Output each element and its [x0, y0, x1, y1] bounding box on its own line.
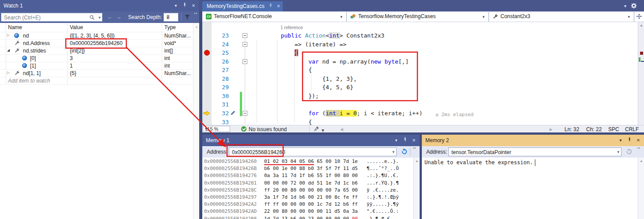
- filter-pinned-icon[interactable]: [184, 14, 190, 22]
- pin-icon[interactable]: [625, 135, 633, 146]
- status-column[interactable]: Ch: 22: [586, 126, 602, 132]
- search-back-icon[interactable]: ←: [107, 14, 113, 20]
- window-position-menu-icon[interactable]: ▾: [172, 0, 180, 11]
- watch-scrollbar[interactable]: ▲: [193, 23, 199, 219]
- tab-close-icon[interactable]: ×: [277, 1, 280, 11]
- memory2-titlebar[interactable]: Memory 2 ▾ ×: [422, 135, 644, 146]
- pin-icon[interactable]: [181, 0, 189, 11]
- search-options-caret-icon[interactable]: ▾: [98, 15, 101, 20]
- search-icon[interactable]: [89, 15, 95, 22]
- line-number[interactable]: 30: [212, 92, 229, 101]
- line-number[interactable]: 33: [212, 118, 229, 125]
- watch-row[interactable]: [0]3int: [0, 54, 193, 62]
- line-number[interactable]: 27: [212, 66, 229, 75]
- line-number[interactable]: 23: [212, 31, 229, 40]
- close-icon[interactable]: ×: [634, 135, 642, 146]
- hscroll-right-icon[interactable]: ▶: [549, 127, 553, 132]
- code-line[interactable]: var nd = np.array(new byte[,]: [253, 57, 409, 66]
- codelens-references[interactable]: 1 reference: [280, 25, 303, 30]
- memory-address: 0x000002556B1942A2: [204, 201, 257, 207]
- watch-titlebar[interactable]: Watch 1 ▾ ×: [0, 0, 199, 11]
- line-number[interactable]: 24: [212, 40, 229, 49]
- watch-row[interactable]: ◢nd.strides{int[2]}int[]: [0, 47, 193, 55]
- scroll-up-icon[interactable]: ▲: [195, 25, 198, 29]
- expander-icon[interactable]: ◢: [7, 48, 10, 52]
- memory1-titlebar[interactable]: Memory 1 ▾ ×: [202, 135, 420, 146]
- breakpoint-icon[interactable]: [204, 50, 210, 56]
- code-line[interactable]: {4, 5, 6}: [253, 83, 353, 92]
- memory2-scrollbar[interactable]: ▲: [638, 158, 644, 219]
- code-cleanup-broom-icon[interactable]: [314, 126, 320, 133]
- scroll-up-icon[interactable]: ▲: [640, 23, 643, 27]
- fold-toggle-icon[interactable]: [242, 59, 247, 64]
- line-number[interactable]: 26: [212, 57, 229, 66]
- column-header-name[interactable]: Name: [8, 24, 22, 30]
- type-dropdown[interactable]: Tensorflow.MemoryTestingCases ▾: [347, 11, 488, 22]
- memory1-address-combo[interactable]: 0x000002556B194260 ▾: [229, 147, 397, 156]
- expander-icon[interactable]: ▷: [7, 71, 10, 75]
- refresh-icon[interactable]: [401, 148, 408, 156]
- zoom-combo[interactable]: 115 % ▾: [203, 126, 230, 132]
- toolbar-overflow-icon[interactable]: '': [194, 12, 197, 17]
- toolbar-overflow-icon[interactable]: '': [637, 147, 640, 152]
- line-number[interactable]: 29: [212, 83, 229, 92]
- close-icon[interactable]: ×: [410, 135, 418, 146]
- fold-toggle-icon[interactable]: [242, 42, 247, 47]
- code-line[interactable]: {: [253, 49, 298, 57]
- split-editor-handle[interactable]: [634, 11, 644, 22]
- watch-row[interactable]: ▷nd{[[1, 2, 3], [4, 5, 6]]}NumShar...: [0, 32, 193, 40]
- project-dropdown[interactable]: C# TensorFlowNET.Console ▾: [202, 11, 346, 22]
- memory2-address-combo[interactable]: tensor.TensorDataPointer ▾: [448, 147, 621, 156]
- search-input[interactable]: Search (Ctrl+E) ▾: [1, 13, 102, 22]
- breakpoint-margin[interactable]: [202, 22, 212, 125]
- refresh-icon-disabled[interactable]: [626, 148, 633, 156]
- line-number[interactable]: 32: [212, 109, 229, 118]
- watch-row[interactable]: Add item to watch: [0, 77, 193, 85]
- window-position-menu-icon[interactable]: ▾: [617, 135, 625, 146]
- line-number[interactable]: 31: [212, 100, 229, 109]
- code-line[interactable]: {: [253, 118, 312, 125]
- line-number[interactable]: 25: [212, 49, 229, 57]
- watch-row[interactable]: ▷nd[1, 1]{5}NumShar...: [0, 69, 193, 77]
- gear-icon[interactable]: [631, 3, 637, 10]
- code-line[interactable]: {1, 2, 3},: [253, 75, 357, 83]
- issues-status[interactable]: No issues found: [249, 126, 287, 132]
- scroll-up-icon[interactable]: ▲: [640, 159, 643, 163]
- search-forward-icon[interactable]: →: [116, 14, 121, 20]
- code-editor[interactable]: 1 reference 23 public Action<int> Consta…: [202, 22, 638, 125]
- memory2-content[interactable]: Unable to evaluate the expression.: [422, 158, 638, 219]
- code-line[interactable]: for (int i = 0; i < iterate; i++)≤ 2ms e…: [253, 109, 423, 118]
- watch-row[interactable]: [1]1int: [0, 62, 193, 70]
- close-icon[interactable]: ×: [189, 0, 197, 11]
- code-line[interactable]: public Action<int> Constant2x3: [253, 31, 384, 40]
- scroll-up-icon[interactable]: ▲: [415, 159, 419, 163]
- code-line[interactable]: => (iterate) =>: [253, 40, 346, 49]
- tab-memorytestingcases[interactable]: MemoryTestingCases.cs ×: [202, 1, 283, 11]
- status-line[interactable]: Ln: 32: [564, 126, 579, 132]
- status-eol[interactable]: CRLF: [625, 126, 639, 132]
- memory1-scrollbar[interactable]: ▲: [413, 158, 420, 219]
- line-number[interactable]: 28: [212, 75, 229, 83]
- window-position-menu-icon[interactable]: ▾: [392, 135, 400, 146]
- column-header-type[interactable]: Type: [164, 24, 176, 30]
- pin-icon[interactable]: [401, 135, 409, 146]
- editor-scrollbar[interactable]: ▲: [638, 22, 644, 125]
- watch-add-placeholder[interactable]: Add item to watch: [8, 78, 50, 84]
- document-list-caret-icon[interactable]: ▾: [624, 4, 626, 8]
- status-spaces[interactable]: SPC: [608, 126, 619, 132]
- toolbar-overflow-icon[interactable]: '': [413, 147, 416, 152]
- code-line[interactable]: {: [253, 66, 312, 75]
- memory1-grid[interactable]: 0x000002556B19426001 02 03 04 05 06 65 0…: [202, 158, 413, 219]
- chevron-down-icon[interactable]: ▾: [322, 127, 324, 133]
- member-dropdown[interactable]: Constant2x3 ▾: [489, 11, 633, 22]
- fold-toggle-icon[interactable]: [242, 111, 247, 116]
- column-header-value[interactable]: Value: [70, 24, 83, 30]
- fold-toggle-icon[interactable]: [242, 33, 247, 38]
- expander-icon[interactable]: ▷: [7, 33, 10, 37]
- code-line[interactable]: });: [253, 92, 319, 101]
- tab-pin-icon[interactable]: [269, 1, 273, 11]
- hscroll-left-icon[interactable]: ◀: [340, 127, 343, 132]
- health-check-icon[interactable]: [241, 126, 246, 132]
- search-depth-combo[interactable]: 3 ▾: [163, 13, 178, 22]
- watch-row[interactable]: nd.Address0x000002556b194260void*: [0, 39, 193, 47]
